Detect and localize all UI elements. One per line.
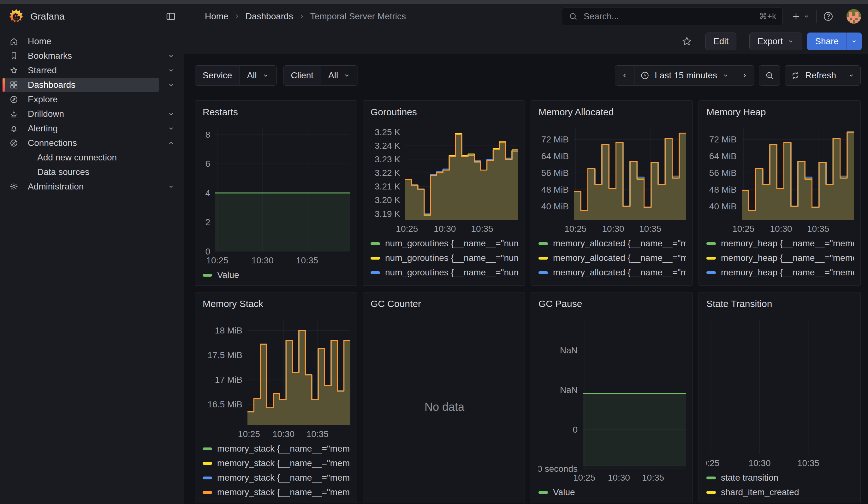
- panel-title[interactable]: State Transition: [706, 298, 854, 310]
- legend-item[interactable]: memory_stack {__name__="memory_s: [203, 442, 350, 456]
- legend-item[interactable]: memory_heap {__name__="memory_h: [706, 236, 854, 251]
- legend-item[interactable]: memory_allocated {__name__="memo: [538, 280, 686, 282]
- legend-item[interactable]: memory_stack {__name__="memory_s: [203, 456, 350, 471]
- variable-service: ServiceAll: [195, 65, 277, 85]
- variable-value-dropdown[interactable]: All: [321, 66, 358, 85]
- help-icon: [823, 11, 834, 22]
- svg-text:10:25: 10:25: [573, 473, 595, 483]
- chart-memory-heap[interactable]: 72 MiB64 MiB56 MiB48 MiB40 MiB10:2510:30…: [706, 123, 854, 234]
- panel-title[interactable]: GC Pause: [538, 298, 686, 310]
- legend-label: state transition: [721, 473, 778, 483]
- legend-item[interactable]: Value: [203, 268, 350, 282]
- legend-label: num_goroutines {__name__="num_go: [385, 282, 518, 282]
- user-avatar[interactable]: [847, 9, 861, 24]
- grafana-logo-icon[interactable]: [9, 9, 24, 24]
- chart-memory-stack[interactable]: 18 MiB17.5 MiB17 MiB16.5 MiB10:2510:3010…: [203, 315, 350, 440]
- legend-item[interactable]: memory_stack {__name__="memory_s: [203, 485, 350, 500]
- search-box[interactable]: ⌘+k: [562, 8, 783, 25]
- variable-value-dropdown[interactable]: All: [240, 66, 276, 85]
- favorite-star-icon[interactable]: [681, 36, 693, 47]
- legend-item[interactable]: Value: [538, 485, 686, 500]
- share-options-button[interactable]: [847, 32, 862, 50]
- add-new-button[interactable]: [791, 11, 810, 21]
- breadcrumb-dashboards[interactable]: Dashboards: [246, 11, 293, 21]
- sidebar-item-add-new-connection[interactable]: Add new connection: [0, 150, 184, 165]
- search-icon: [568, 12, 578, 21]
- divider: [743, 35, 743, 48]
- sidebar-item-alerting[interactable]: Alerting: [0, 121, 184, 136]
- compass-icon: [9, 95, 18, 104]
- help-button[interactable]: [823, 11, 834, 22]
- legend-item[interactable]: num_goroutines {__name__="num_go: [371, 265, 518, 280]
- legend-label: memory_heap {__name__="memory_h: [721, 238, 854, 248]
- sidebar-item-starred[interactable]: Starred: [0, 63, 184, 78]
- svg-text:64 MiB: 64 MiB: [709, 151, 737, 161]
- legend-item[interactable]: state transition: [706, 471, 854, 485]
- legend-item[interactable]: num_goroutines {__name__="num_go: [371, 236, 518, 251]
- sidebar-item-explore[interactable]: Explore: [0, 92, 184, 107]
- share-button[interactable]: Share: [807, 32, 847, 50]
- time-forward-button[interactable]: [735, 66, 754, 85]
- zoom-out-button[interactable]: [759, 66, 780, 85]
- refresh-button[interactable]: Refresh: [785, 66, 842, 85]
- panel-title[interactable]: Goroutines: [371, 106, 518, 119]
- legend-label: shard_item_created: [721, 487, 799, 497]
- legend-label: memory_allocated {__name__="memo: [553, 253, 686, 263]
- export-button[interactable]: Export: [749, 32, 802, 50]
- refresh-icon: [790, 71, 800, 80]
- chart-memory-allocated[interactable]: 72 MiB64 MiB56 MiB48 MiB40 MiB10:2510:30…: [538, 123, 686, 234]
- chart-goroutines[interactable]: 3.25 K3.24 K3.23 K3.22 K3.21 K3.20 K3.19…: [371, 123, 518, 234]
- legend-label: memory_heap {__name__="memory_h: [721, 253, 854, 263]
- panel-title[interactable]: Memory Stack: [203, 298, 350, 310]
- legend-item[interactable]: memory_heap {__name__="memory_h: [706, 280, 854, 282]
- legend-item[interactable]: memory_allocated {__name__="memo: [538, 265, 686, 280]
- legend-item[interactable]: memory_heap {__name__="memory_h: [706, 265, 854, 280]
- variable-label: Client: [283, 66, 322, 85]
- search-input[interactable]: [583, 11, 759, 22]
- panel-title[interactable]: Memory Heap: [706, 106, 854, 119]
- legend-label: memory_allocated {__name__="memo: [553, 282, 686, 282]
- sidebar-item-bookmarks[interactable]: Bookmarks: [0, 49, 184, 63]
- panel-title[interactable]: GC Counter: [371, 298, 518, 310]
- svg-text:10:25: 10:25: [238, 429, 260, 439]
- panel-title[interactable]: Memory Allocated: [538, 106, 686, 119]
- svg-text:4: 4: [205, 188, 210, 198]
- sidebar-item-dashboards[interactable]: Dashboards: [0, 78, 184, 92]
- svg-text:0:25: 0:25: [706, 458, 719, 468]
- panel-title[interactable]: Restarts: [203, 106, 350, 119]
- home-icon: [9, 37, 18, 46]
- legend-label: memory_heap {__name__="memory_h: [721, 282, 854, 282]
- sidebar-item-home[interactable]: Home: [0, 34, 184, 49]
- refresh-interval-button[interactable]: [842, 66, 860, 85]
- chart-restarts[interactable]: 8642010:2510:3010:35: [203, 123, 350, 266]
- legend-swatch: [203, 448, 212, 450]
- svg-text:8: 8: [205, 130, 210, 140]
- sidebar-toggle-icon[interactable]: [165, 11, 176, 22]
- svg-text:3.24 K: 3.24 K: [375, 141, 400, 151]
- legend-item[interactable]: shard_item_created: [706, 485, 854, 500]
- edit-button[interactable]: Edit: [705, 32, 736, 50]
- legend-item[interactable]: num_goroutines {__name__="num_go: [371, 280, 518, 282]
- sidebar-item-data-sources[interactable]: Data sources: [0, 165, 184, 179]
- legend-item[interactable]: memory_allocated {__name__="memo: [538, 251, 686, 265]
- legend-item[interactable]: memory_stack {__name__="memory_s: [203, 471, 350, 485]
- legend-item[interactable]: memory_allocated {__name__="memo: [538, 236, 686, 251]
- sidebar-item-drilldown[interactable]: Drilldown: [0, 107, 184, 121]
- sidebar-item-connections[interactable]: Connections: [0, 136, 184, 150]
- drilldown-icon: [9, 110, 18, 119]
- svg-text:10:30: 10:30: [434, 224, 456, 234]
- legend-item[interactable]: memory_heap {__name__="memory_h: [706, 251, 854, 265]
- svg-text:3.22 K: 3.22 K: [375, 168, 400, 178]
- time-back-button[interactable]: [615, 66, 634, 85]
- chevron-down-icon: [167, 183, 175, 191]
- legend-label: memory_allocated {__name__="memo: [553, 267, 686, 278]
- chart-gc-pause[interactable]: NaNNaN00 seconds10:2510:3010:35: [538, 315, 686, 483]
- time-range-label: Last 15 minutes: [655, 70, 717, 81]
- breadcrumb-home[interactable]: Home: [205, 11, 228, 21]
- legend-item[interactable]: num_goroutines {__name__="num_go: [371, 251, 518, 265]
- chart-gc-counter[interactable]: No data: [371, 315, 518, 500]
- time-range-picker[interactable]: Last 15 minutes: [634, 66, 735, 85]
- sidebar-item-administration[interactable]: Administration: [0, 179, 184, 194]
- chevron-down-icon: [262, 72, 270, 79]
- chart-state-transition[interactable]: 0:2510:3010:35: [706, 315, 854, 469]
